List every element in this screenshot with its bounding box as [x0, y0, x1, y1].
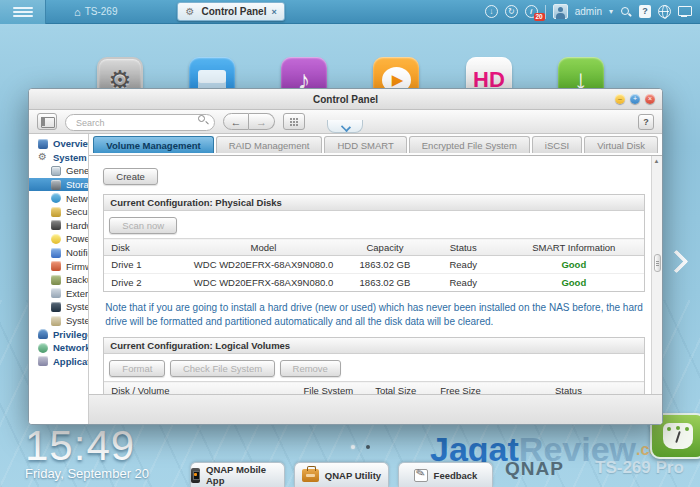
sidebar-item-notification[interactable]: Notification — [29, 246, 88, 260]
dock-label: Feedback — [434, 470, 478, 481]
background-task-icon[interactable] — [485, 5, 498, 18]
device-home-button[interactable]: TS-269 — [74, 6, 117, 18]
backup-restore-icon — [51, 275, 61, 285]
col-status[interactable]: Status — [423, 239, 504, 256]
user-menu[interactable]: admin — [575, 6, 602, 17]
sidebar-item-storage-manager[interactable]: Storage Manager — [29, 178, 88, 192]
maximize-button[interactable] — [630, 94, 640, 104]
sidebar-item-applications[interactable]: Applications — [29, 355, 88, 369]
search-input[interactable] — [65, 114, 215, 131]
scrollbar-thumb[interactable] — [654, 254, 661, 272]
system-status-icon — [51, 302, 61, 312]
scan-now-button[interactable]: Scan now — [109, 217, 177, 234]
sidebar-item-network-services[interactable]: Network Services — [29, 341, 88, 355]
cell-model: WDC WD20EFRX-68AX9N080.0 — [180, 256, 347, 274]
close-button[interactable] — [645, 94, 655, 104]
control-panel-gear-icon — [185, 6, 196, 17]
col-model[interactable]: Model — [180, 239, 347, 256]
global-search-icon[interactable] — [620, 6, 632, 18]
bottom-dock: QNAP Mobile App QNAP Utility Feedback — [190, 462, 493, 487]
col-disk[interactable]: Disk — [104, 239, 180, 256]
window-help-button[interactable]: ? — [638, 114, 654, 130]
tab-virtual-disk[interactable]: Virtual Disk — [584, 136, 658, 153]
desktop-preference-icon[interactable] — [678, 5, 692, 18]
col-vol-status[interactable]: Status — [493, 382, 644, 395]
search-icon — [198, 115, 208, 125]
sidebar-item-hardware[interactable]: Hardware — [29, 219, 88, 233]
tab-raid-management[interactable]: RAID Management — [216, 136, 323, 153]
qnap-mobile-app-button[interactable]: QNAP Mobile App — [190, 462, 285, 487]
watermark-brand: QNAP — [505, 458, 564, 480]
col-volume[interactable]: Disk / Volume — [104, 382, 293, 395]
clock-time: 15:49 — [25, 424, 149, 468]
feedback-button[interactable]: Feedback — [398, 462, 493, 487]
tab-hdd-smart[interactable]: HDD SMART — [324, 136, 406, 153]
desktop-page-dots[interactable] — [351, 445, 370, 449]
notifications-icon[interactable]: 20 — [525, 5, 538, 18]
create-button[interactable]: Create — [103, 168, 158, 185]
sidebar-item-general-settings[interactable]: General Settings — [29, 164, 88, 178]
language-globe-icon[interactable] — [658, 5, 671, 18]
gauge-icon — [663, 423, 693, 449]
col-free-size[interactable]: Free Size — [428, 382, 493, 395]
topbar-divider — [545, 5, 546, 19]
format-button[interactable]: Format — [109, 360, 165, 377]
check-file-system-button[interactable]: Check File System — [170, 360, 275, 377]
sidebar-item-security[interactable]: Security — [29, 205, 88, 219]
page-dot-active[interactable] — [351, 445, 355, 449]
menu-grid-icon[interactable] — [283, 113, 305, 130]
control-panel-sidebar: Overview System Settings General Setting… — [29, 134, 89, 424]
tab-volume-management[interactable]: Volume Management — [93, 136, 213, 153]
recent-tasks-icon[interactable] — [505, 5, 518, 18]
sidebar-item-system-settings[interactable]: System Settings — [29, 151, 88, 165]
topbar-tab-control-panel[interactable]: Control Panel — [177, 2, 284, 21]
notification-badge: 20 — [534, 13, 545, 21]
sidebar-item-system-status[interactable]: System Status — [29, 300, 88, 314]
window-titlebar[interactable]: Control Panel — [29, 89, 662, 110]
remove-button[interactable]: Remove — [280, 360, 341, 377]
vertical-scrollbar[interactable] — [651, 156, 662, 394]
col-smart[interactable]: SMART Information — [504, 239, 644, 256]
back-button[interactable]: ← — [223, 113, 249, 130]
main-menu-button[interactable] — [0, 0, 46, 24]
tab-close-icon[interactable] — [271, 7, 276, 17]
cell-capacity: 1863.02 GB — [347, 256, 423, 274]
toolbox-icon — [302, 469, 319, 482]
user-avatar[interactable] — [553, 4, 568, 19]
sidebar-item-system-logs[interactable]: System Logs — [29, 314, 88, 328]
forward-button[interactable]: → — [249, 113, 275, 130]
tab-encrypted-file-system[interactable]: Encrypted File System — [409, 136, 530, 153]
cell-status: Ready — [423, 274, 504, 292]
next-desktop-page-icon[interactable] — [668, 248, 684, 276]
cell-disk: Drive 1 — [104, 256, 180, 274]
sidebar-item-network[interactable]: Network — [29, 191, 88, 205]
sidebar-item-power[interactable]: Power — [29, 232, 88, 246]
page-dot[interactable] — [366, 445, 370, 449]
table-row-drive-1[interactable]: Drive 1 WDC WD20EFRX-68AX9N080.0 1863.02… — [104, 256, 644, 274]
tab-iscsi[interactable]: iSCSI — [532, 136, 582, 153]
sidebar-item-firmware-update[interactable]: Firmware Update — [29, 259, 88, 273]
col-file-system[interactable]: File System — [293, 382, 363, 395]
topbar: TS-269 Control Panel 20 admin ? — [0, 0, 700, 24]
collapse-chevron-icon[interactable] — [327, 120, 363, 133]
sidebar-item-backup-restore[interactable]: Backup / Restore — [29, 273, 88, 287]
sidebar-toggle-icon[interactable] — [37, 113, 57, 130]
storage-manager-content: Volume Management RAID Management HDD SM… — [89, 134, 662, 424]
scroll-up-icon[interactable] — [654, 158, 660, 164]
dock-label: QNAP Utility — [325, 470, 381, 481]
help-icon[interactable]: ? — [639, 5, 651, 18]
overview-icon — [38, 139, 48, 149]
minimize-button[interactable] — [615, 94, 625, 104]
sidebar-item-overview[interactable]: Overview — [29, 137, 88, 151]
pencil-icon — [414, 469, 428, 482]
user-menu-caret-icon[interactable] — [609, 7, 613, 16]
table-row-drive-2[interactable]: Drive 2 WDC WD20EFRX-68AX9N080.0 1863.02… — [104, 274, 644, 292]
applications-icon — [38, 356, 48, 366]
clock-date: Friday, September 20 — [25, 466, 149, 481]
watermark-model: TS-269 Pro — [595, 458, 684, 478]
sidebar-item-privilege-settings[interactable]: Privilege Settings — [29, 327, 88, 341]
col-total-size[interactable]: Total Size — [363, 382, 428, 395]
sidebar-item-external-device[interactable]: External Device — [29, 287, 88, 301]
qnap-utility-button[interactable]: QNAP Utility — [294, 462, 389, 487]
col-capacity[interactable]: Capacity — [347, 239, 423, 256]
